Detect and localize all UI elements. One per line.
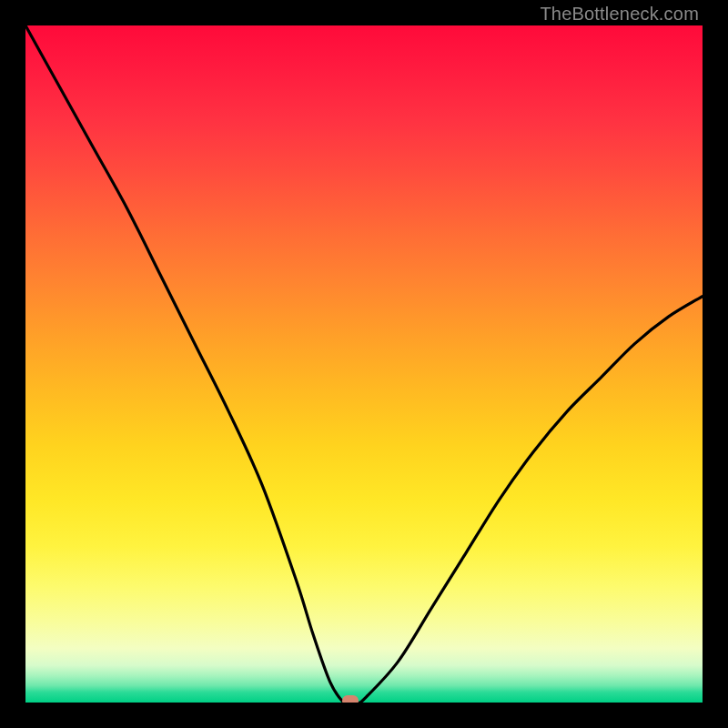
plot-area (25, 25, 703, 703)
watermark-text: TheBottleneck.com (540, 4, 699, 25)
bottleneck-curve (25, 25, 703, 703)
optimal-point-marker (342, 695, 359, 703)
curve-path (25, 25, 703, 703)
chart-frame: TheBottleneck.com (0, 0, 728, 728)
